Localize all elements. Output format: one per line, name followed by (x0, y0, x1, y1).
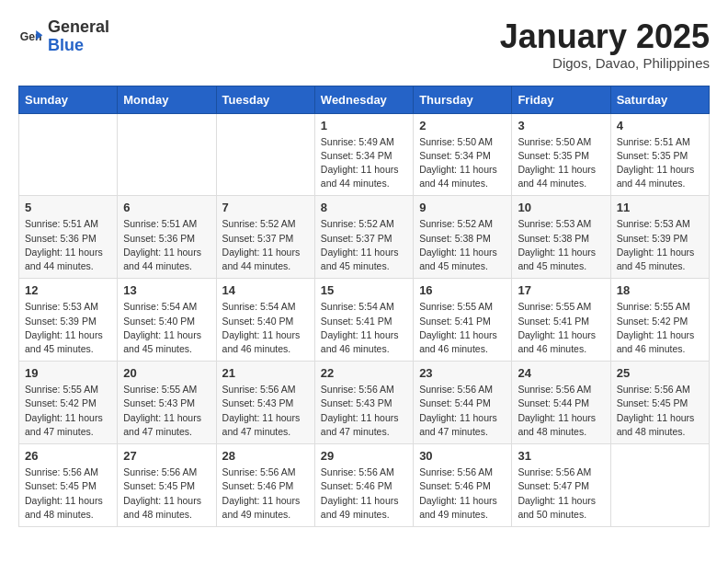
calendar-week-row: 12Sunrise: 5:53 AMSunset: 5:39 PMDayligh… (19, 279, 710, 362)
weekday-header: Saturday (610, 86, 709, 113)
day-info: Sunrise: 5:51 AMSunset: 5:36 PMDaylight:… (123, 217, 210, 273)
day-info: Sunrise: 5:56 AMSunset: 5:46 PMDaylight:… (419, 465, 506, 522)
calendar-day-cell: 31Sunrise: 5:56 AMSunset: 5:47 PMDayligh… (512, 444, 610, 527)
calendar-day-cell: 29Sunrise: 5:56 AMSunset: 5:46 PMDayligh… (314, 444, 413, 527)
day-number: 3 (518, 119, 604, 132)
day-number: 31 (518, 449, 604, 463)
day-number: 9 (419, 201, 506, 214)
calendar-day-cell: 2Sunrise: 5:50 AMSunset: 5:34 PMDaylight… (414, 113, 512, 196)
weekday-header: Sunday (19, 86, 118, 113)
calendar-day-cell: 11Sunrise: 5:53 AMSunset: 5:39 PMDayligh… (610, 196, 709, 279)
day-number: 17 (518, 283, 604, 297)
day-info: Sunrise: 5:55 AMSunset: 5:41 PMDaylight:… (518, 300, 604, 356)
day-info: Sunrise: 5:54 AMSunset: 5:40 PMDaylight:… (222, 300, 309, 356)
weekday-header: Thursday (414, 86, 512, 113)
day-number: 4 (617, 119, 703, 132)
day-number: 15 (321, 283, 407, 297)
day-number: 11 (617, 201, 703, 214)
day-number: 29 (321, 449, 407, 463)
calendar-day-cell: 14Sunrise: 5:54 AMSunset: 5:40 PMDayligh… (216, 279, 314, 362)
weekday-row: SundayMondayTuesdayWednesdayThursdayFrid… (19, 86, 710, 113)
day-number: 16 (419, 283, 506, 297)
title-block: January 2025 Digos, Davao, Philippines (500, 18, 710, 71)
calendar-day-cell: 30Sunrise: 5:56 AMSunset: 5:46 PMDayligh… (414, 444, 512, 527)
calendar-day-cell (118, 113, 216, 196)
day-number: 20 (123, 366, 210, 380)
calendar-week-row: 26Sunrise: 5:56 AMSunset: 5:45 PMDayligh… (19, 444, 710, 527)
day-number: 14 (222, 283, 309, 297)
calendar-table: SundayMondayTuesdayWednesdayThursdayFrid… (18, 86, 710, 527)
calendar-day-cell: 16Sunrise: 5:55 AMSunset: 5:41 PMDayligh… (414, 279, 512, 362)
day-number: 13 (123, 283, 210, 297)
weekday-header: Monday (118, 86, 216, 113)
day-number: 30 (419, 449, 506, 463)
day-number: 22 (321, 366, 407, 380)
day-info: Sunrise: 5:53 AMSunset: 5:39 PMDaylight:… (617, 217, 703, 273)
calendar-day-cell: 19Sunrise: 5:55 AMSunset: 5:42 PMDayligh… (19, 362, 118, 444)
logo-icon: Gen (18, 24, 44, 50)
calendar-week-row: 1Sunrise: 5:49 AMSunset: 5:34 PMDaylight… (19, 113, 710, 196)
day-info: Sunrise: 5:51 AMSunset: 5:36 PMDaylight:… (25, 217, 111, 273)
day-info: Sunrise: 5:55 AMSunset: 5:41 PMDaylight:… (419, 300, 506, 356)
calendar-day-cell: 6Sunrise: 5:51 AMSunset: 5:36 PMDaylight… (118, 196, 216, 279)
calendar-day-cell: 18Sunrise: 5:55 AMSunset: 5:42 PMDayligh… (610, 279, 709, 362)
calendar-day-cell: 9Sunrise: 5:52 AMSunset: 5:38 PMDaylight… (414, 196, 512, 279)
day-info: Sunrise: 5:56 AMSunset: 5:43 PMDaylight:… (222, 383, 309, 439)
day-info: Sunrise: 5:53 AMSunset: 5:39 PMDaylight:… (25, 300, 111, 356)
calendar-day-cell: 23Sunrise: 5:56 AMSunset: 5:44 PMDayligh… (414, 362, 512, 444)
day-info: Sunrise: 5:51 AMSunset: 5:35 PMDaylight:… (617, 135, 703, 191)
day-number: 21 (222, 366, 309, 380)
day-number: 28 (222, 449, 309, 463)
calendar-day-cell: 24Sunrise: 5:56 AMSunset: 5:44 PMDayligh… (512, 362, 610, 444)
day-info: Sunrise: 5:55 AMSunset: 5:42 PMDaylight:… (617, 300, 703, 356)
page-header: Gen General Blue January 2025 Digos, Dav… (18, 18, 710, 71)
logo-blue-text: Blue (48, 36, 84, 54)
calendar-body: 1Sunrise: 5:49 AMSunset: 5:34 PMDaylight… (19, 113, 710, 526)
weekday-header: Friday (512, 86, 610, 113)
day-info: Sunrise: 5:54 AMSunset: 5:41 PMDaylight:… (321, 300, 407, 356)
day-info: Sunrise: 5:56 AMSunset: 5:43 PMDaylight:… (321, 383, 407, 439)
day-number: 24 (518, 366, 604, 380)
day-info: Sunrise: 5:56 AMSunset: 5:45 PMDaylight:… (123, 465, 210, 522)
calendar-day-cell: 12Sunrise: 5:53 AMSunset: 5:39 PMDayligh… (19, 279, 118, 362)
day-number: 2 (419, 119, 506, 132)
calendar-day-cell: 25Sunrise: 5:56 AMSunset: 5:45 PMDayligh… (610, 362, 709, 444)
day-info: Sunrise: 5:53 AMSunset: 5:38 PMDaylight:… (518, 217, 604, 273)
calendar-day-cell: 26Sunrise: 5:56 AMSunset: 5:45 PMDayligh… (19, 444, 118, 527)
calendar-header: SundayMondayTuesdayWednesdayThursdayFrid… (19, 86, 710, 113)
calendar-day-cell (610, 444, 709, 527)
day-number: 12 (25, 283, 111, 297)
day-info: Sunrise: 5:55 AMSunset: 5:43 PMDaylight:… (123, 383, 210, 439)
day-info: Sunrise: 5:56 AMSunset: 5:44 PMDaylight:… (518, 383, 604, 439)
calendar-day-cell: 27Sunrise: 5:56 AMSunset: 5:45 PMDayligh… (118, 444, 216, 527)
day-number: 7 (222, 201, 309, 214)
weekday-header: Wednesday (314, 86, 413, 113)
day-info: Sunrise: 5:56 AMSunset: 5:45 PMDaylight:… (617, 383, 703, 439)
day-number: 18 (617, 283, 703, 297)
day-number: 19 (25, 366, 111, 380)
logo: Gen General Blue (18, 18, 109, 55)
calendar-day-cell: 15Sunrise: 5:54 AMSunset: 5:41 PMDayligh… (314, 279, 413, 362)
logo-general-text: General (48, 17, 109, 36)
calendar-day-cell: 22Sunrise: 5:56 AMSunset: 5:43 PMDayligh… (314, 362, 413, 444)
day-info: Sunrise: 5:56 AMSunset: 5:46 PMDaylight:… (222, 465, 309, 522)
day-number: 1 (321, 119, 407, 132)
day-number: 8 (321, 201, 407, 214)
calendar-week-row: 19Sunrise: 5:55 AMSunset: 5:42 PMDayligh… (19, 362, 710, 444)
calendar-day-cell: 4Sunrise: 5:51 AMSunset: 5:35 PMDaylight… (610, 113, 709, 196)
day-info: Sunrise: 5:56 AMSunset: 5:46 PMDaylight:… (321, 465, 407, 522)
day-info: Sunrise: 5:56 AMSunset: 5:47 PMDaylight:… (518, 465, 604, 522)
day-info: Sunrise: 5:49 AMSunset: 5:34 PMDaylight:… (321, 135, 407, 191)
day-info: Sunrise: 5:50 AMSunset: 5:34 PMDaylight:… (419, 135, 506, 191)
calendar-week-row: 5Sunrise: 5:51 AMSunset: 5:36 PMDaylight… (19, 196, 710, 279)
calendar-day-cell: 13Sunrise: 5:54 AMSunset: 5:40 PMDayligh… (118, 279, 216, 362)
day-number: 10 (518, 201, 604, 214)
day-number: 23 (419, 366, 506, 380)
day-number: 26 (25, 449, 111, 463)
calendar-day-cell: 17Sunrise: 5:55 AMSunset: 5:41 PMDayligh… (512, 279, 610, 362)
day-info: Sunrise: 5:52 AMSunset: 5:37 PMDaylight:… (222, 217, 309, 273)
calendar-day-cell (19, 113, 118, 196)
day-number: 6 (123, 201, 210, 214)
calendar-day-cell (216, 113, 314, 196)
day-info: Sunrise: 5:56 AMSunset: 5:44 PMDaylight:… (419, 383, 506, 439)
